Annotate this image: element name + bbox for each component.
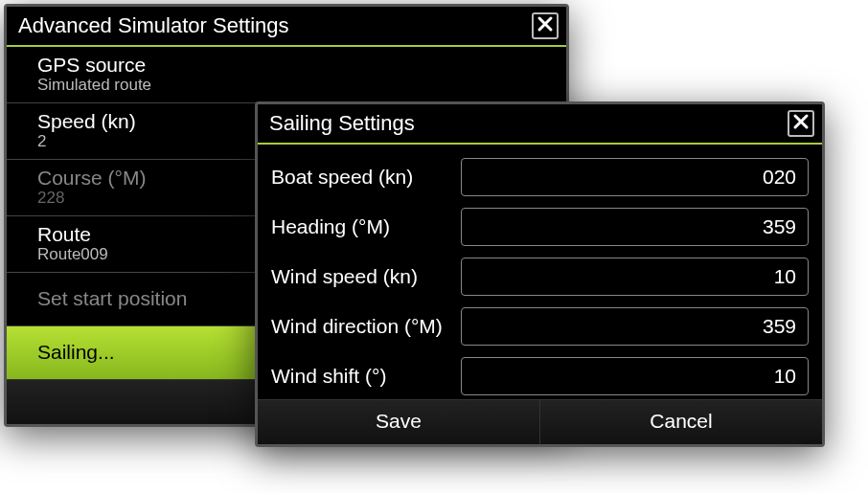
titlebar: Advanced Simulator Settings [7, 7, 566, 47]
row-value: Simulated route [37, 77, 555, 95]
close-icon [792, 113, 810, 134]
titlebar: Sailing Settings [258, 104, 822, 145]
close-icon [537, 15, 554, 36]
close-button[interactable] [532, 12, 559, 39]
field-label: Wind speed (kn) [271, 265, 453, 288]
form-row-wind-direction-m: Wind direction (°M)359 [271, 307, 809, 346]
dialog-title: Sailing Settings [269, 111, 415, 136]
form-row-heading-m: Heading (°M)359 [271, 208, 809, 246]
field-label: Heading (°M) [271, 215, 453, 238]
boat-speed-kn-input[interactable]: 020 [461, 158, 809, 196]
settings-row-gps-source[interactable]: GPS sourceSimulated route [7, 47, 566, 103]
row-label: GPS source [37, 53, 555, 77]
form-row-boat-speed-kn: Boat speed (kn)020 [271, 158, 809, 196]
sailing-settings-dialog: Sailing Settings Boat speed (kn)020Headi… [255, 101, 825, 447]
cancel-button[interactable]: Cancel [540, 400, 822, 444]
save-button[interactable]: Save [258, 400, 540, 444]
sailing-form: Boat speed (kn)020Heading (°M)359Wind sp… [258, 145, 822, 399]
wind-direction-m-input[interactable]: 359 [461, 307, 809, 346]
wind-shift-input[interactable]: 10 [461, 357, 809, 395]
field-label: Wind shift (°) [271, 365, 453, 388]
close-button[interactable] [788, 110, 814, 137]
form-row-wind-shift: Wind shift (°)10 [271, 357, 809, 395]
form-row-wind-speed-kn: Wind speed (kn)10 [271, 258, 809, 296]
wind-speed-kn-input[interactable]: 10 [461, 258, 809, 296]
heading-m-input[interactable]: 359 [461, 208, 809, 246]
dialog-footer: Save Cancel [258, 399, 822, 444]
dialog-title: Advanced Simulator Settings [18, 13, 289, 38]
field-label: Boat speed (kn) [271, 166, 453, 189]
field-label: Wind direction (°M) [271, 315, 453, 338]
